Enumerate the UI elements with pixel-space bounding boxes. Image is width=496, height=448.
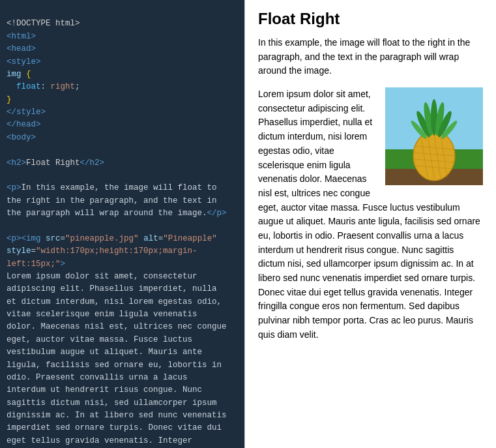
code-line — [7, 170, 238, 182]
code-line: Lorem ipsum dolor sit amet, consectetur — [7, 271, 238, 283]
code-line: <p>In this example, the image will float… — [7, 182, 238, 194]
code-line: vitae scelerisque enim ligula venenatis — [7, 308, 238, 321]
svg-point-3 — [413, 131, 455, 181]
code-line: imperdiet sed ornare turpis. Donec vitae… — [7, 422, 238, 434]
code-line: left:15px;"> — [7, 258, 238, 271]
code-line — [7, 144, 238, 157]
code-line: <h2>Float Right</h2> — [7, 157, 238, 170]
code-line: sagittis dictum nisi, sed ullamcorper ip… — [7, 397, 238, 410]
code-line — [7, 220, 238, 232]
code-line: <style> — [7, 56, 238, 68]
code-line: ligula, facilisis sed ornare eu, loborti… — [7, 359, 238, 372]
code-line: <html> — [7, 31, 238, 43]
code-line: et dictum interdum, nisi lorem egestas o… — [7, 296, 238, 308]
code-line: eget tellus gravida venenatis. Integer — [7, 435, 238, 447]
code-line: </head> — [7, 119, 238, 131]
code-line: </style> — [7, 106, 238, 119]
code-line: <body> — [7, 132, 238, 144]
code-line: dolor. Maecenas nisl est, ultrices nec c… — [7, 321, 238, 333]
code-line: style="width:170px;height:170px;margin- — [7, 245, 238, 258]
intro-paragraph: In this example, the image will float to… — [258, 36, 483, 78]
code-line: the right in the paragraph, and the text… — [7, 195, 238, 207]
code-line: img { — [7, 68, 238, 81]
code-editor-panel: <!DOCTYPE html><html><head><style>img { … — [0, 0, 244, 448]
code-line: interdum ut hendrerit risus congue. Nunc — [7, 384, 238, 396]
code-line: dignissim ac. In at libero sed nunc vene… — [7, 410, 238, 422]
lorem-paragraph-container: Lorem ipsum dolor sit amet, consectetur … — [258, 87, 483, 351]
preview-panel: Float Right In this example, the image w… — [244, 0, 496, 448]
code-line: float: right; — [7, 81, 238, 93]
code-line: <!DOCTYPE html> — [7, 18, 238, 30]
code-line: <p><img src="pineapple.jpg" alt="Pineapp… — [7, 233, 238, 245]
code-line: odio. Praesent convallis urna a lacus — [7, 372, 238, 384]
pineapple-svg — [385, 87, 483, 185]
code-line: vestibulum augue ut aliquet. Mauris ante — [7, 346, 238, 359]
code-line: } — [7, 94, 238, 106]
code-line: <head> — [7, 43, 238, 55]
code-line: eget, auctor vitae massa. Fusce luctus — [7, 334, 238, 346]
preview-title: Float Right — [258, 10, 483, 28]
pineapple-image-container — [385, 87, 483, 185]
code-line: the paragraph will wrap around the image… — [7, 207, 238, 220]
code-line: adipiscing elit. Phasellus imperdiet, nu… — [7, 283, 238, 295]
